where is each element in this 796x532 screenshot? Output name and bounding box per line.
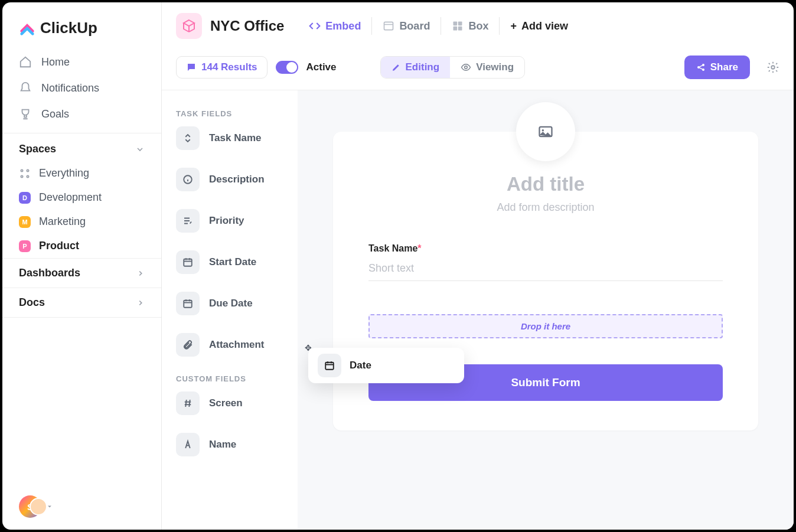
space-label: Marketing <box>39 216 86 228</box>
calendar-icon <box>318 354 341 377</box>
avatar: S <box>19 495 41 518</box>
space-chip[interactable] <box>176 13 202 39</box>
svg-rect-32 <box>325 363 334 370</box>
field-screen[interactable]: Screen <box>176 391 298 415</box>
nav-label: Notifications <box>41 82 99 94</box>
nav-notifications[interactable]: Notifications <box>2 75 161 101</box>
board-icon <box>383 20 394 32</box>
tab-box[interactable]: Box <box>441 17 499 35</box>
code-icon <box>309 20 321 32</box>
sidebar-space-development[interactable]: D Development <box>2 185 161 210</box>
svg-rect-7 <box>458 22 462 26</box>
svg-point-0 <box>21 169 22 171</box>
field-task-name[interactable]: Task Name <box>176 126 298 150</box>
nav-label: Goals <box>41 108 69 120</box>
active-label: Active <box>306 61 337 73</box>
space-title: NYC Office <box>210 18 284 34</box>
field-label: Start Date <box>209 256 256 268</box>
brand-name: ClickUp <box>40 19 97 37</box>
results-count: 144 Results <box>201 61 257 73</box>
field-label: Attachment <box>209 339 265 351</box>
tab-embed[interactable]: Embed <box>298 17 371 35</box>
box-icon <box>452 20 464 32</box>
plus-icon: + <box>510 20 517 32</box>
form-image-placeholder[interactable] <box>516 102 575 161</box>
share-icon <box>696 63 706 72</box>
gear-icon[interactable] <box>766 61 779 74</box>
svg-rect-4 <box>384 22 393 30</box>
field-description[interactable]: Description <box>176 168 298 191</box>
field-name[interactable]: Name <box>176 433 298 456</box>
sidebar-docs[interactable]: Docs <box>2 288 161 318</box>
nav-label: Home <box>41 56 70 68</box>
label-text: Task Name <box>368 243 417 253</box>
mode-editing[interactable]: Editing <box>381 57 451 78</box>
svg-rect-22 <box>184 301 192 308</box>
field-priority[interactable]: Priority <box>176 209 298 233</box>
sidebar-space-marketing[interactable]: M Marketing <box>2 210 161 234</box>
user-menu[interactable]: S <box>2 484 161 530</box>
mode-label: Viewing <box>476 61 514 73</box>
space-badge: M <box>19 216 31 228</box>
dragging-field-chip[interactable]: Date <box>308 348 464 383</box>
drop-zone[interactable]: Drop it here <box>368 314 723 338</box>
sidebar-dashboards[interactable]: Dashboards <box>2 258 161 288</box>
tab-label: Board <box>399 20 430 32</box>
chevron-down-icon <box>135 145 145 154</box>
eye-icon <box>461 62 471 73</box>
toolbar: 144 Results Active Editing Viewing Share <box>162 50 794 90</box>
cube-icon <box>182 19 196 33</box>
form-title-input[interactable]: Add title <box>368 173 723 195</box>
avatar-photo <box>30 498 47 515</box>
space-label: Development <box>39 191 102 204</box>
svg-point-3 <box>27 175 28 177</box>
mode-group: Editing Viewing <box>380 56 526 79</box>
mode-label: Editing <box>406 61 440 73</box>
fields-column: TASK FIELDS Task Name Description Priori… <box>162 90 298 530</box>
brand-logo[interactable]: ClickUp <box>2 2 161 49</box>
results-pill[interactable]: 144 Results <box>176 56 267 79</box>
sidebar-everything[interactable]: Everything <box>2 161 161 185</box>
form-description-input[interactable]: Add form description <box>368 201 723 214</box>
nav-home[interactable]: Home <box>2 49 161 75</box>
field-attachment[interactable]: Attachment <box>176 333 298 357</box>
active-toggle[interactable] <box>276 61 298 74</box>
image-icon <box>537 123 554 140</box>
form-canvas: Add title Add form description Task Name… <box>298 90 794 530</box>
field-label: Task Name <box>209 132 262 144</box>
grid-dots-icon <box>19 168 31 179</box>
svg-rect-8 <box>454 27 458 31</box>
form-field-label: Task Name* <box>368 243 723 254</box>
calendar-icon <box>176 292 200 315</box>
tab-add-view[interactable]: + Add view <box>499 17 579 35</box>
dragging-label: Date <box>350 360 371 371</box>
svg-point-31 <box>542 129 544 132</box>
pencil-icon <box>392 63 401 72</box>
svg-rect-18 <box>184 259 192 266</box>
svg-line-28 <box>185 400 187 407</box>
form-field-hint[interactable]: Short text <box>368 262 723 281</box>
svg-rect-6 <box>454 22 458 26</box>
clip-icon <box>176 333 200 357</box>
field-label: Screen <box>209 397 243 409</box>
custom-fields-header: CUSTOM FIELDS <box>176 374 298 383</box>
field-label: Name <box>209 439 236 451</box>
svg-point-14 <box>771 66 775 69</box>
space-label: Product <box>39 240 79 252</box>
collapse-label: Dashboards <box>19 267 80 279</box>
nav-goals[interactable]: Goals <box>2 101 161 127</box>
mode-viewing[interactable]: Viewing <box>450 57 524 78</box>
form-field-task-name[interactable]: Task Name* Short text <box>368 243 723 281</box>
sidebar-space-product[interactable]: P Product <box>2 234 161 258</box>
spaces-header[interactable]: Spaces <box>2 133 161 161</box>
updown-icon <box>176 126 200 150</box>
tab-label: Embed <box>325 20 361 32</box>
share-button[interactable]: Share <box>684 56 750 79</box>
topbar: NYC Office Embed Board Box + Add view <box>162 2 794 50</box>
field-label: Description <box>209 174 265 185</box>
tab-board[interactable]: Board <box>371 17 441 35</box>
field-due-date[interactable]: Due Date <box>176 292 298 315</box>
field-start-date[interactable]: Start Date <box>176 250 298 274</box>
app-window: ClickUp Home Notifications Goals Spaces … <box>2 2 794 530</box>
field-label: Due Date <box>209 298 253 309</box>
